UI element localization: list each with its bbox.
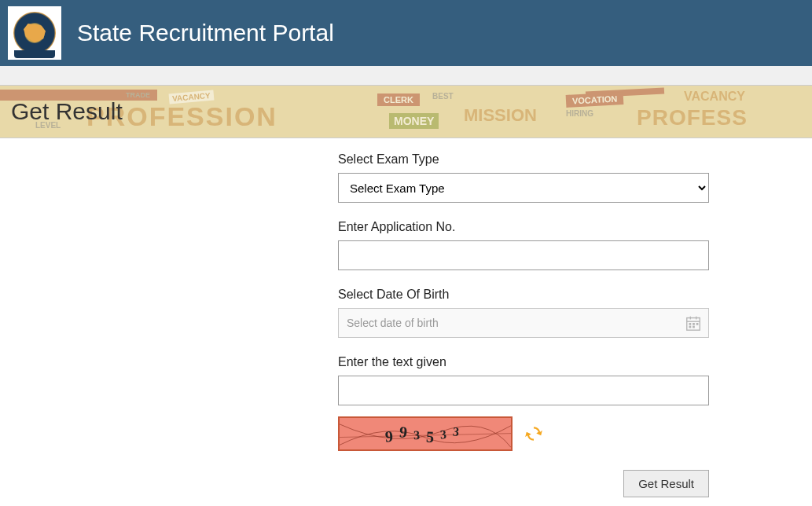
spacer-bar xyxy=(0,66,812,85)
application-no-input[interactable] xyxy=(338,240,709,270)
svg-rect-4 xyxy=(689,323,692,325)
svg-rect-7 xyxy=(693,326,695,328)
dob-field-wrapper[interactable] xyxy=(338,308,709,338)
page-title: Get Result xyxy=(0,86,812,125)
app-title: State Recruitment Portal xyxy=(77,20,334,46)
app-header: State Recruitment Portal xyxy=(0,0,812,66)
result-form: Select Exam Type Select Exam Type Enter … xyxy=(338,152,709,497)
calendar-icon xyxy=(685,314,702,332)
dob-label: Select Date Of Birth xyxy=(338,288,709,302)
captcha-image: 993533 xyxy=(338,416,513,451)
exam-type-label: Select Exam Type xyxy=(338,152,709,167)
svg-rect-8 xyxy=(696,323,699,325)
app-logo xyxy=(8,6,61,60)
svg-rect-5 xyxy=(693,323,695,325)
refresh-captcha-icon[interactable] xyxy=(524,424,544,444)
captcha-input[interactable] xyxy=(338,376,709,405)
get-result-button[interactable]: Get Result xyxy=(623,470,709,497)
application-no-label: Enter Application No. xyxy=(338,220,709,234)
svg-rect-6 xyxy=(689,326,692,328)
captcha-label: Enter the text given xyxy=(338,355,709,369)
page-title-banner: TRADE PROFESSION VACANCY CLERK BEST MONE… xyxy=(0,85,812,138)
dob-input[interactable] xyxy=(339,309,708,337)
captcha-text: 993533 xyxy=(385,425,465,443)
exam-type-select[interactable]: Select Exam Type xyxy=(338,173,709,203)
